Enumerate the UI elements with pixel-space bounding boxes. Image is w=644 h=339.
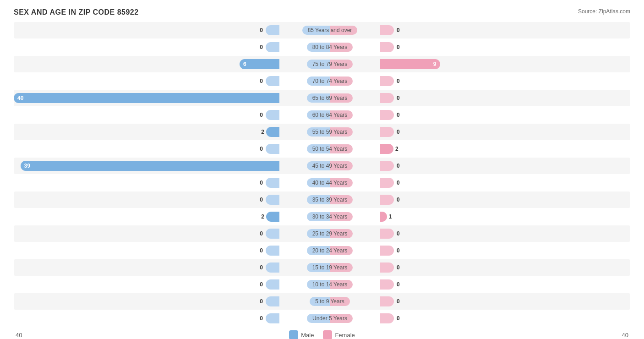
male-bar: 40 [14,93,279,103]
age-label-pill: 20 to 24 Years [307,246,353,255]
age-label-pill: 65 to 69 Years [307,93,353,103]
female-value-zero: 0 [397,315,400,322]
age-label-pill: 40 to 44 Years [307,178,353,187]
male-value-inside: 40 [14,95,23,101]
legend-row: 40 Male Female 40 [14,330,630,339]
age-label-cell: 50 to 54 Years [279,144,380,153]
age-label-cell: 60 to 64 Years [279,110,380,120]
left-section: 6 [14,59,279,69]
chart-title: SEX AND AGE IN ZIP CODE 85922 [14,8,139,16]
title-row: SEX AND AGE IN ZIP CODE 85922 Source: Zi… [14,8,630,16]
female-bar-stub [380,246,394,256]
female-value-inside: 9 [433,61,440,67]
bar-row: 040 to 44 Years0 [14,175,630,191]
male-bar-stub [266,42,279,52]
right-section: 0 [380,229,644,239]
male-bar-stub [266,246,279,256]
female-bar-stub [380,229,394,239]
left-section: 0 [14,178,279,188]
male-value-outside: 2 [261,129,264,135]
female-value-zero: 0 [397,281,400,288]
male-bar [266,212,279,222]
female-value-zero: 0 [397,298,400,305]
right-section: 0 [380,42,644,52]
bar-row: 4065 to 69 Years0 [14,90,630,106]
male-value-zero: 0 [260,264,263,271]
female-value-zero: 0 [397,163,400,169]
age-label-cell: 35 to 39 Years [279,195,380,204]
right-section: 0 [380,195,644,205]
age-label-cell: 85 Years and over [279,26,380,35]
female-bar: 9 [380,59,440,69]
right-section: 0 [380,93,644,103]
age-label-cell: 65 to 69 Years [279,93,380,103]
female-bar [380,144,393,154]
female-value-zero: 0 [397,180,400,186]
age-label-cell: 20 to 24 Years [279,246,380,255]
male-value-zero: 0 [260,281,263,288]
right-section: 0 [380,178,644,188]
left-section: 39 [14,161,279,171]
source-text: Source: ZipAtlas.com [578,8,630,15]
female-bar-stub [380,296,394,306]
male-value-zero: 0 [260,44,263,50]
left-section: 0 [14,296,279,306]
male-bar-stub [266,195,279,205]
female-value-zero: 0 [397,129,400,135]
right-section: 9 [380,59,644,69]
left-section: 0 [14,195,279,205]
male-bar [266,127,279,137]
male-bar-stub [266,178,279,188]
male-value-zero: 0 [260,247,263,254]
right-section: 0 [380,110,644,120]
female-value-zero: 0 [397,112,400,118]
right-section: 0 [380,313,644,323]
bar-row: 05 to 9 Years0 [14,293,630,310]
female-bar-stub [380,110,394,120]
male-value-zero: 0 [260,180,263,186]
right-section: 0 [380,296,644,306]
bar-row: 085 Years and over0 [14,22,630,38]
female-value-zero: 0 [397,247,400,254]
age-label-cell: 45 to 49 Years [279,161,380,170]
female-bar-stub [380,279,394,290]
axis-left-label: 40 [16,332,22,339]
age-label-cell: 15 to 19 Years [279,263,380,272]
age-label-cell: 25 to 29 Years [279,229,380,238]
male-value-zero: 0 [260,27,263,33]
bars-area: 085 Years and over0080 to 84 Years0675 t… [14,22,630,327]
left-section: 0 [14,246,279,256]
age-label-pill: 45 to 49 Years [307,161,353,170]
left-section: 0 [14,110,279,120]
right-section: 0 [380,76,644,86]
bar-row: 010 to 14 Years0 [14,276,630,293]
left-section: 0 [14,25,279,35]
male-bar-stub [266,262,279,273]
female-bar-stub [380,195,394,205]
age-label-cell: 10 to 14 Years [279,280,380,289]
male-value-outside: 2 [261,213,264,220]
legend-male: Male [289,330,314,339]
female-bar-stub [380,93,394,103]
age-label-pill: 50 to 54 Years [307,144,353,153]
female-value-zero: 0 [397,78,400,84]
male-value-inside: 6 [240,61,246,67]
male-bar-stub [266,279,279,290]
bar-row: 230 to 34 Years1 [14,208,630,225]
right-section: 2 [380,144,644,154]
male-value-zero: 0 [260,146,263,152]
male-swatch [289,330,298,339]
left-section: 2 [14,127,279,137]
legend-center: Male Female [289,330,355,339]
age-label-pill: 80 to 84 Years [307,43,353,52]
female-value-zero: 0 [397,27,400,33]
left-section: 0 [14,279,279,290]
right-section: 0 [380,279,644,290]
bar-row: 3945 to 49 Years0 [14,158,630,174]
age-label-pill: 55 to 59 Years [307,127,353,137]
female-bar-stub [380,25,394,35]
male-value-zero: 0 [260,197,263,203]
female-swatch [323,330,332,339]
male-bar-stub [266,110,279,120]
female-bar-stub [380,127,394,137]
